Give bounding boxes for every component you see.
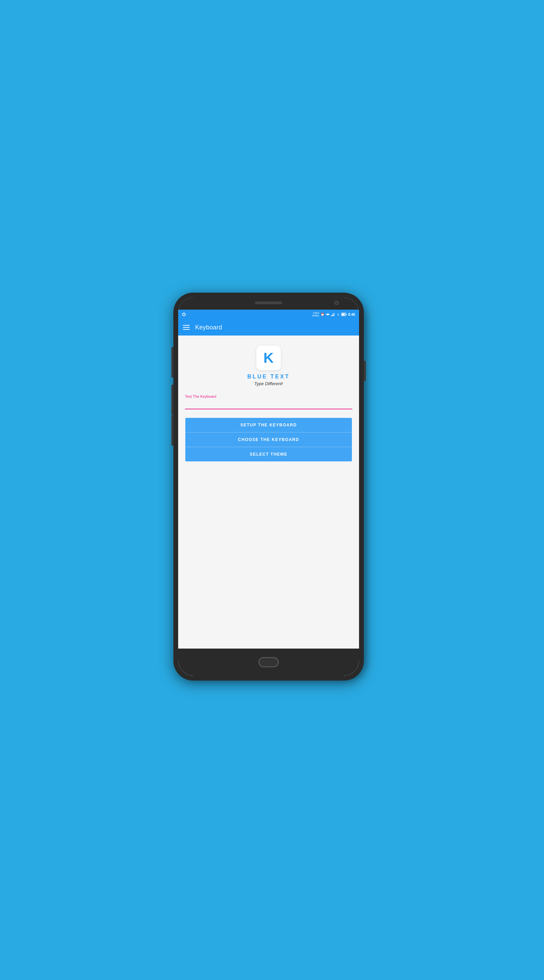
home-button[interactable] <box>259 657 279 667</box>
front-camera <box>335 301 339 305</box>
setup-keyboard-button[interactable]: SETUP THE KEYBOARD <box>185 418 352 433</box>
status-right: 51B/s 250B/s ⏰ <box>312 312 355 317</box>
app-icon-container: K <box>256 346 281 370</box>
test-input-section: Test The Keyboard <box>185 395 352 409</box>
choose-keyboard-button[interactable]: CHOOSE THE KEYBOARD <box>185 433 352 447</box>
hamburger-line-1 <box>183 325 190 326</box>
svg-rect-7 <box>346 314 346 315</box>
hamburger-menu-icon[interactable] <box>183 325 190 330</box>
svg-text:✕: ✕ <box>337 313 339 316</box>
svg-rect-0 <box>331 315 332 316</box>
action-buttons-group: SETUP THE KEYBOARD CHOOSE THE KEYBOARD S… <box>185 417 352 462</box>
toolbar: Keyboard <box>178 319 359 336</box>
status-left <box>182 313 186 316</box>
phone-outer: 51B/s 250B/s ⏰ <box>173 293 364 681</box>
no-signal-icon: ✕ <box>336 313 340 316</box>
screen: 51B/s 250B/s ⏰ <box>178 310 359 649</box>
network-speed: 51B/s 250B/s <box>312 312 319 317</box>
phone-bottom-bar <box>178 649 359 676</box>
status-bar: 51B/s 250B/s ⏰ <box>178 310 359 319</box>
phone-top-bar <box>178 298 359 310</box>
toolbar-title: Keyboard <box>195 324 222 331</box>
svg-rect-6 <box>342 314 345 315</box>
status-indicator <box>182 313 186 316</box>
signal-icon <box>331 313 335 316</box>
speaker <box>255 301 282 304</box>
alarm-icon: ⏰ <box>320 313 324 316</box>
svg-rect-3 <box>334 313 335 316</box>
phone-wrapper: 51B/s 250B/s ⏰ <box>173 293 371 687</box>
status-time: 8:48 <box>348 313 355 317</box>
svg-rect-2 <box>333 313 334 316</box>
main-content: K BLUE TEXT Type Different! Test The Key… <box>178 336 359 649</box>
phone-inner: 51B/s 250B/s ⏰ <box>178 298 359 676</box>
battery-icon <box>341 313 347 316</box>
hamburger-line-2 <box>183 327 190 328</box>
app-tagline: Type Different! <box>254 381 283 386</box>
test-input-label: Test The Keyboard <box>185 395 352 398</box>
wifi-icon <box>326 313 330 316</box>
app-icon-letter: K <box>263 350 274 366</box>
hamburger-line-3 <box>183 329 190 330</box>
app-name: BLUE TEXT <box>247 374 290 380</box>
select-theme-button[interactable]: SELECT THEME <box>185 447 352 461</box>
test-keyboard-input[interactable] <box>185 401 352 409</box>
svg-rect-1 <box>332 314 333 316</box>
